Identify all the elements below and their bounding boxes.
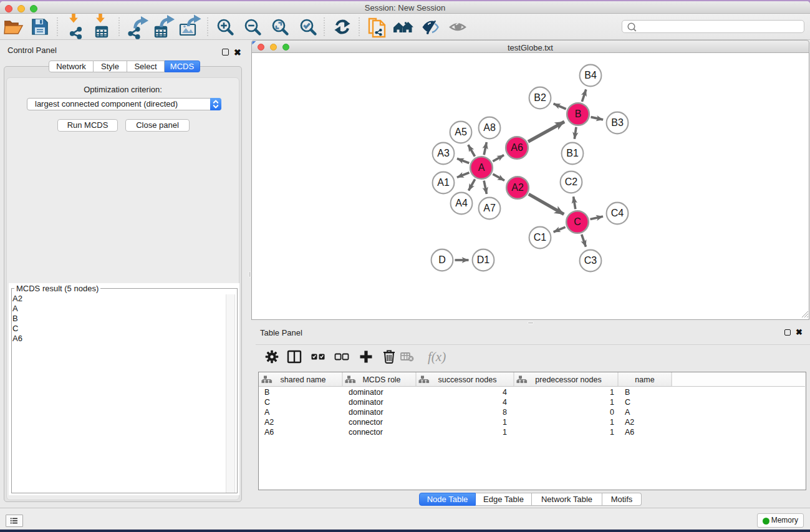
svg-text:predecessor nodes: predecessor nodes — [535, 375, 601, 384]
svg-text:f(x): f(x) — [428, 349, 446, 364]
svg-text:MCDS role: MCDS role — [362, 375, 400, 384]
svg-text:name: name — [635, 375, 654, 384]
svg-text:shared name: shared name — [281, 375, 326, 384]
svg-text:successor nodes: successor nodes — [438, 375, 497, 384]
